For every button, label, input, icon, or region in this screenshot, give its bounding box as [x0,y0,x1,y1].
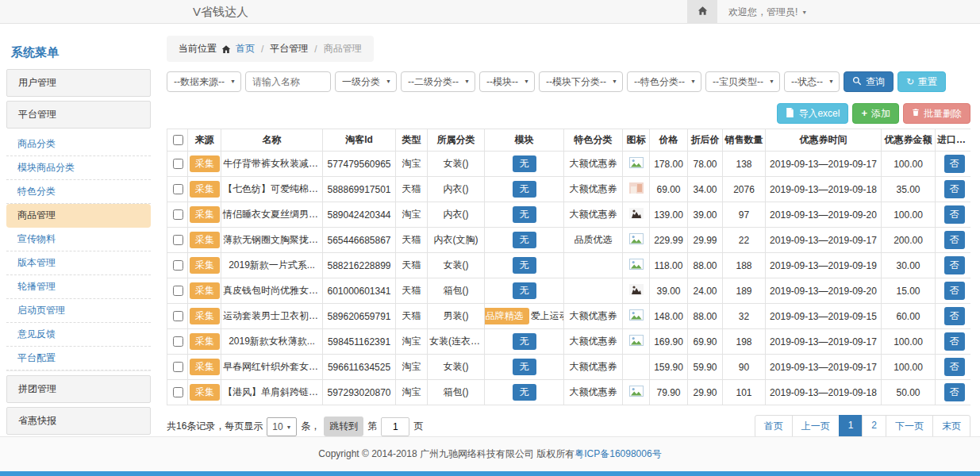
sidebar-sub-item[interactable]: 版本管理 [6,251,151,275]
row-checkbox[interactable] [173,209,183,220]
module-badge[interactable]: 无 [513,257,536,274]
product-name-cell: 薄款无钢圈文胸聚拢性... [221,228,323,253]
module-badge[interactable]: 无 [513,384,536,401]
module-cell: 品牌精选爱上运动 [485,304,564,329]
data-source-select[interactable]: --数据来源-- [167,71,241,92]
module-subcategory-select[interactable]: --模块下分类-- [539,71,623,92]
pagination-button[interactable]: 2 [862,415,886,436]
pagination-button[interactable]: 末页 [932,415,970,436]
category-cell: 女装(连衣裙) [428,329,485,355]
home-button[interactable] [687,0,717,24]
pagination-button[interactable]: 首页 [755,415,793,436]
row-select-cell [167,278,188,304]
sidebar-sub-item[interactable]: 商品分类 [6,132,151,156]
column-header: 优惠券时间 [766,129,882,152]
module-badge[interactable]: 无 [513,359,536,375]
module-badge[interactable]: 无 [513,181,536,198]
import-preferred-toggle-button[interactable]: 否 [944,180,965,198]
sidebar-sub-item[interactable]: 平台配置 [6,347,151,370]
sidebar-sub-item[interactable]: 启动页管理 [6,299,151,323]
module-cell: 无 [485,329,564,355]
module-badge[interactable]: 无 [513,155,536,172]
search-button[interactable]: 查询 [844,71,894,92]
sidebar-sub-item[interactable]: 商品管理 [6,204,151,228]
source-cell: 采集 [188,278,221,304]
column-header: 所属分类 [428,129,485,152]
source-badge: 采集 [190,232,220,248]
import-preferred-toggle-button-cell: 否 [936,329,971,355]
per-page-select[interactable]: 10 [267,417,297,436]
sidebar-sub-item[interactable]: 意见反馈 [6,323,151,347]
level2-category-select[interactable]: --二级分类-- [401,71,475,92]
batch-delete-button[interactable]: 批量删除 [903,103,970,124]
import-preferred-toggle-button[interactable]: 否 [944,332,965,351]
select-all-checkbox[interactable] [173,135,183,145]
row-checkbox[interactable] [173,184,183,194]
coupon-amount-cell: 50.00 [882,380,936,405]
module-badge[interactable]: 无 [513,232,536,248]
add-button[interactable]: +添加 [852,103,899,124]
row-checkbox[interactable] [173,387,183,397]
import-preferred-toggle-button[interactable]: 否 [944,256,965,274]
feature-category-select[interactable]: --特色分类-- [627,71,701,92]
jump-to-button[interactable]: 跳转到 [324,416,363,436]
sidebar-group-item[interactable]: 用户管理 [6,69,151,97]
row-checkbox[interactable] [173,286,183,296]
sidebar-sub-item[interactable]: 模块商品分类 [6,156,151,180]
taoke-id-cell: 588869917501 [323,177,396,202]
import-preferred-toggle-button[interactable]: 否 [944,383,965,401]
row-checkbox[interactable] [173,362,183,372]
import-preferred-toggle-button[interactable]: 否 [944,282,965,300]
coupon-time-cell: 2019-09-13—2019-09-18 [766,177,882,202]
level1-category-select[interactable]: 一级分类 [335,71,397,92]
row-checkbox[interactable] [173,235,183,245]
import-preferred-toggle-button[interactable]: 否 [944,358,965,376]
module-badge[interactable]: 无 [513,333,536,350]
sidebar-group-item[interactable]: 拼团管理 [6,375,151,403]
pagination-button[interactable]: 上一页 [792,415,840,436]
sidebar-sub-item[interactable]: 特色分类 [6,180,151,204]
status-select[interactable]: --状态-- [784,71,840,92]
import-preferred-toggle-button-cell: 否 [936,152,971,177]
row-checkbox[interactable] [173,311,183,321]
table-row: 采集【七色纺】可爱纯棉家...588869917501天猫内衣()无大额优惠券6… [167,177,971,202]
module-badge[interactable]: 品牌精选 [485,308,529,324]
import-preferred-toggle-button[interactable]: 否 [944,205,965,224]
sidebar-sub-item[interactable]: 轮播管理 [6,275,151,299]
product-type-select-wrap: --宝贝类型--▼ [705,71,780,92]
reset-button[interactable]: ↻重置 [897,71,946,92]
import-preferred-toggle-button[interactable]: 否 [944,307,965,325]
row-checkbox[interactable] [173,260,183,271]
row-checkbox[interactable] [173,336,183,347]
sidebar-group-item[interactable]: 平台管理 [6,101,151,129]
product-type-select[interactable]: --宝贝类型-- [705,71,780,92]
row-checkbox[interactable] [173,159,183,169]
pagination-button[interactable]: 1 [839,415,863,436]
module-badge[interactable]: 无 [513,206,536,223]
module-badge[interactable]: 无 [513,282,536,299]
source-badge: 采集 [190,181,220,198]
coupon-amount-cell: 200.00 [882,228,936,253]
sidebar-group-item[interactable]: 省惠快报 [6,407,151,435]
sidebar-sub-item[interactable]: 宣传物料 [6,228,151,251]
sidebar: 系统菜单 用户管理平台管理商品分类模块商品分类特色分类商品管理宣传物料版本管理轮… [6,41,151,436]
name-search-input[interactable] [245,71,331,92]
import-preferred-toggle-button[interactable]: 否 [944,155,965,173]
icp-link[interactable]: 粤ICP备16098006号 [575,448,661,459]
pagination-button[interactable]: 下一页 [886,415,933,436]
module-select[interactable]: --模块-- [479,71,535,92]
page-number-input[interactable] [381,417,409,436]
type-cell: 天猫 [396,304,428,329]
module-cell-inner: 无 [486,384,562,401]
user-menu[interactable]: 欢迎您，管理员! ▼ [728,6,807,19]
import-excel-button[interactable]: 导入excel [777,103,848,124]
sidebar-title: 系统菜单 [6,41,151,69]
product-name-cell: 2019新款女秋薄款... [221,329,323,355]
per-page-select-wrap: 10 ▼ [267,417,297,436]
row-select-cell [167,304,188,329]
category-cell: 男装() [428,304,485,329]
breadcrumb-home-link[interactable]: 首页 [236,42,255,56]
import-preferred-toggle-button[interactable]: 否 [944,231,965,249]
taoke-id-cell: 601000601341 [323,278,396,304]
row-select-cell [167,253,188,278]
